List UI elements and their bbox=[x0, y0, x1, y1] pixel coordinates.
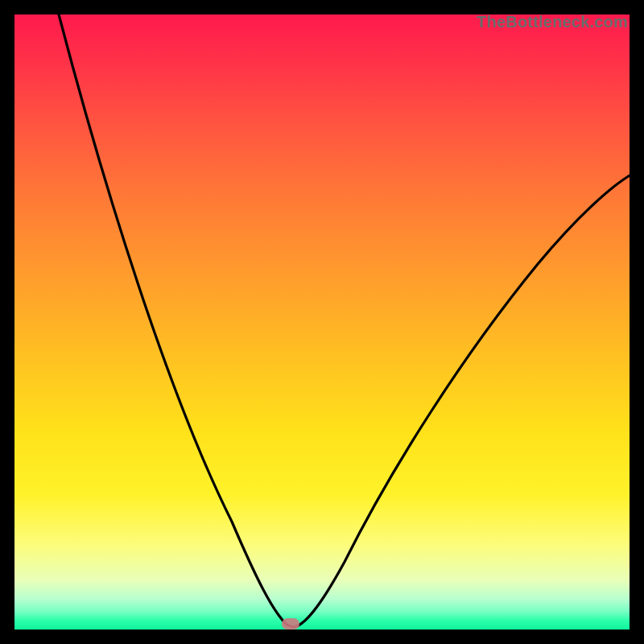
chart-frame: TheBottleneck.com bbox=[0, 0, 644, 644]
optimal-point-marker bbox=[282, 618, 299, 630]
curve-path bbox=[59, 14, 630, 627]
plot-area: TheBottleneck.com bbox=[14, 14, 630, 630]
bottleneck-curve bbox=[14, 14, 630, 630]
